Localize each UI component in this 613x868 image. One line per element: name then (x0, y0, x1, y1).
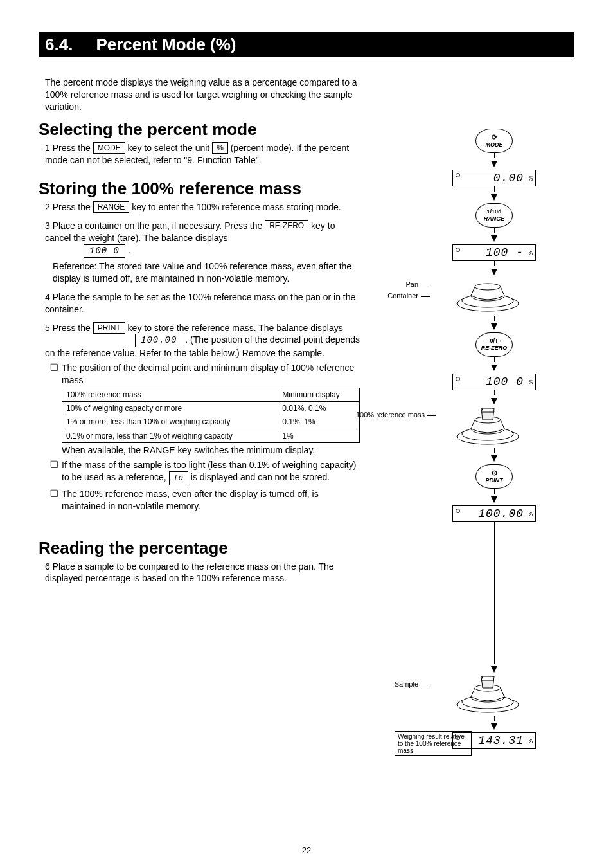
r2a: 1% or more, less than 10% of weighing ca… (62, 415, 278, 429)
decimal-table: 100% reference massMinimum display 10% o… (62, 388, 360, 443)
arrow-down-icon (491, 161, 497, 167)
range-key: RANGE (93, 201, 130, 213)
section-header: 6.4.Percent Mode (%) (39, 32, 574, 57)
th2: Minimum display (278, 388, 360, 402)
svg-point-3 (475, 284, 501, 290)
heading-store: Storing the 100% reference mass (39, 179, 360, 199)
r3b: 1% (278, 429, 360, 442)
arrow-down-icon (491, 194, 497, 201)
rezero-key: RE-ZERO (265, 220, 308, 231)
note1b: When available, the RANGE key switches t… (62, 444, 360, 457)
range-lbl: RANGE (484, 215, 505, 222)
lcd-14331: 143.31% (452, 732, 536, 749)
arrow-down-icon (491, 235, 497, 242)
print-button-icon: ⊙ PRINT (475, 464, 513, 489)
step-4: 4 Place the sample to be set as the 100%… (45, 291, 360, 316)
step-2: 2 Press the RANGE key to enter the 100% … (45, 201, 360, 213)
print-lbl: PRINT (486, 477, 503, 484)
step1-a: 1 Press the (45, 143, 93, 153)
mode-button-icon: ⟳ MODE (475, 129, 513, 153)
range-top: 1/10d (486, 209, 501, 215)
step-5: 5 Press the PRINT key to store the refer… (45, 322, 360, 360)
pan-reference-icon (449, 407, 526, 446)
arrow-down-icon (491, 269, 497, 275)
reference-mass-label: 100% reference mass (356, 411, 436, 419)
step-6: 6 Place a sample to be compared to the r… (45, 561, 360, 585)
note2b: is displayed and can not be stored. (191, 472, 330, 482)
step1-b: key to select the unit (128, 143, 213, 153)
pan-label: Pan (405, 280, 430, 288)
s5b: key to store the reference mass. The bal… (128, 323, 343, 333)
r3a: 0.1% or more, less than 1% of weighing c… (62, 429, 278, 442)
arrow-down-icon (491, 455, 497, 462)
lcd-000: 0.00% (452, 170, 536, 186)
mode-key: MODE (93, 142, 125, 154)
s5a: 5 Press the (45, 323, 93, 333)
heading-select: Selecting the percent mode (39, 120, 360, 140)
section-number: 6.4. (45, 35, 73, 54)
intro-text: The percent mode displays the weighing v… (45, 77, 360, 113)
pan-container-icon (449, 278, 526, 314)
arrow-down-icon (491, 365, 497, 371)
th1: 100% reference mass (62, 388, 278, 402)
note-2: If the mass of the sample is too light (… (62, 459, 360, 485)
lcd-10000: 100.00% (452, 505, 536, 522)
mode-sym: ⟳ (492, 134, 497, 141)
container-label: Container (387, 292, 430, 300)
rezero-button-icon: →0/T← RE-ZERO (475, 332, 513, 357)
s3a: 3 Place a container on the pan, if neces… (45, 221, 265, 231)
display-lo: lo (169, 471, 188, 485)
arrow-down-icon (491, 666, 497, 673)
rezero-sym: →0/T← (484, 338, 504, 344)
flow-diagram: ⟳ MODE 0.00% 1/10d RANGE 100 -% Pan Cont… (414, 129, 574, 749)
range-button-icon: 1/10d RANGE (475, 203, 513, 228)
page-number: 22 (0, 845, 613, 855)
step-1: 1 Press the MODE key to select the unit … (45, 142, 360, 167)
step-3: 3 Place a container on the pan, if neces… (45, 220, 360, 284)
section-title: Percent Mode (%) (96, 35, 236, 54)
note-bullet-1: ❑ (50, 362, 62, 456)
r1b: 0.01%, 0.1% (278, 402, 360, 415)
s2a: 2 Press the (45, 202, 93, 212)
r2b: 0.1%, 1% (278, 415, 360, 429)
rezero-lbl: RE-ZERO (481, 345, 508, 351)
s2b: key to enter the 100% reference mass sto… (132, 202, 341, 212)
arrow-down-icon (491, 323, 497, 330)
note-1: The position of the decimal point and mi… (62, 362, 360, 456)
note1a: The position of the decimal point and mi… (62, 363, 354, 385)
pan-sample-icon (449, 675, 526, 714)
display-10000: 100.00 (135, 334, 182, 347)
note-bullet-2: ❑ (50, 459, 62, 485)
note-bullet-3: ❑ (50, 488, 62, 512)
percent-key: % (212, 142, 228, 154)
arrow-down-icon (491, 398, 497, 404)
sample-label: Sample (395, 680, 430, 688)
print-sym: ⊙ (492, 469, 497, 476)
display-100-0: 100 0 (84, 244, 125, 258)
lcd-100-0: 100 0% (452, 374, 536, 390)
arrow-down-icon (491, 723, 497, 730)
step3-reference: Reference: The stored tare value and 100… (53, 260, 360, 285)
heading-read: Reading the percentage (39, 538, 360, 558)
s3c: . (128, 245, 130, 255)
print-key: PRINT (93, 322, 125, 334)
mode-lbl: MODE (486, 141, 503, 148)
lcd-100-dash: 100 -% (452, 244, 536, 261)
note-3: The 100% reference mass, even after the … (62, 488, 360, 512)
r1a: 10% of weighing capacity or more (62, 402, 278, 415)
arrow-down-icon (491, 496, 497, 503)
s5c: . (The position of the decimal point dep… (45, 334, 360, 358)
